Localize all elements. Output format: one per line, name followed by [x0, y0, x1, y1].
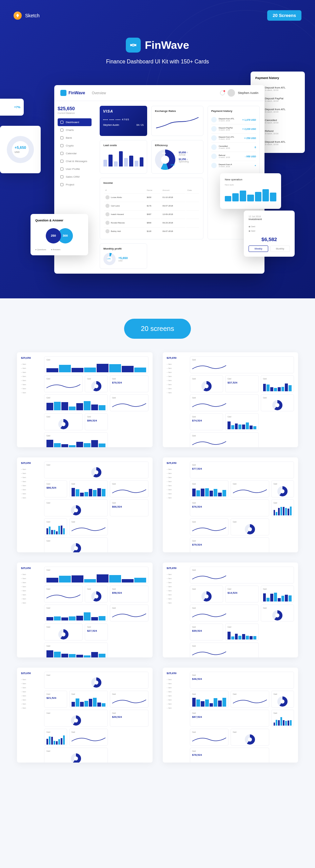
- sidebar-item[interactable]: Chat & Messages: [58, 157, 92, 165]
- screen-thumbnail[interactable]: $25,650─ Item─ Item─ Item─ Item─ Item─ I…: [163, 457, 298, 552]
- float-payment-history: Payment history Deposit from ATL3 march,…: [251, 72, 305, 153]
- sketch-icon: [14, 12, 22, 20]
- sidebar-item[interactable]: Bank: [58, 134, 92, 142]
- logo-icon: [126, 38, 141, 53]
- card-title: Payment history: [255, 76, 300, 80]
- float-qa-card: Question & Answer 250 300 ● Questions ● …: [31, 214, 88, 255]
- visa-card: VISA •••• •••• •••• 4765 Stephen Austin0…: [100, 106, 147, 136]
- breadcrumb: Overview: [92, 91, 106, 95]
- product-logo: FinWave: [126, 38, 189, 53]
- sketch-label: Sketch: [25, 13, 40, 18]
- section-20-screens-badge: 20 screens: [124, 319, 191, 339]
- tab-monthly[interactable]: Monthly: [270, 245, 290, 252]
- income-table-card: Income #NameAmountDateLucas Abido$65001-…: [100, 178, 203, 239]
- screen-thumbnail[interactable]: $25,650─ Item─ Item─ Item─ Item─ Item─ I…: [17, 563, 153, 657]
- sidebar-item[interactable]: Sales CRM: [58, 173, 92, 181]
- sidebar-item[interactable]: Calendar: [58, 150, 92, 157]
- sidebar-item[interactable]: Dashboard: [58, 118, 92, 126]
- monthly-profit-card: Monthly profit 1.8% +5,650USD: [100, 243, 147, 269]
- exchange-rates-card: Exchange Rates: [151, 106, 203, 136]
- screens-count-badge: 20 Screens: [267, 10, 301, 21]
- sidebar-item[interactable]: Charts: [58, 126, 92, 134]
- dash-logo: FinWave: [60, 90, 85, 96]
- sidebar-item[interactable]: Project: [58, 181, 92, 189]
- product-name: FinWave: [145, 39, 189, 52]
- float-operation-card: New operation New work: [220, 173, 281, 209]
- bell-icon[interactable]: [220, 91, 225, 95]
- screen-thumbnail[interactable]: $25,650─ Item─ Item─ Item─ Item─ Item─ I…: [163, 668, 298, 763]
- last-costs-card: Last costs: [100, 140, 147, 174]
- sidebar-item[interactable]: User Profile: [58, 165, 92, 173]
- user-name: Stephen Austin: [238, 91, 258, 95]
- screen-thumbnail[interactable]: $25,650─ Item─ Item─ Item─ Item─ Item─ I…: [163, 563, 298, 657]
- product-tagline: Finance Dashboard UI Kit with 150+ Cards: [14, 59, 301, 65]
- sketch-badge: Sketch: [14, 12, 40, 20]
- screen-thumbnail[interactable]: $25,650─ Item─ Item─ Item─ Item─ Item─ I…: [17, 352, 153, 447]
- screen-thumbnail[interactable]: $25,650─ Item─ Item─ Item─ Item─ Item─ I…: [17, 668, 153, 763]
- efficiency-card: Efficiency 45% 12% $5,650 ↑ Arrival $2,2…: [151, 140, 203, 174]
- float-percent-card: +7%: [0, 99, 24, 116]
- screen-thumbnail[interactable]: $25,650─ Item─ Item─ Item─ Item─ Item─ I…: [163, 352, 298, 447]
- balance-label: Current Balance: [58, 112, 92, 114]
- screen-thumbnail[interactable]: $25,650─ Item─ Item─ Item─ Item─ Item─ I…: [17, 457, 153, 552]
- avatar[interactable]: [228, 89, 235, 97]
- float-donut-card: +5,650USD: [0, 126, 41, 173]
- float-investment-card: 12 Jul 2018 Investment ◉ Card ◉ Card $6,…: [244, 211, 295, 257]
- balance-value: $25,650: [58, 106, 92, 111]
- sidebar-item[interactable]: Crypto: [58, 142, 92, 150]
- tab-weekly[interactable]: Weekly: [249, 245, 268, 252]
